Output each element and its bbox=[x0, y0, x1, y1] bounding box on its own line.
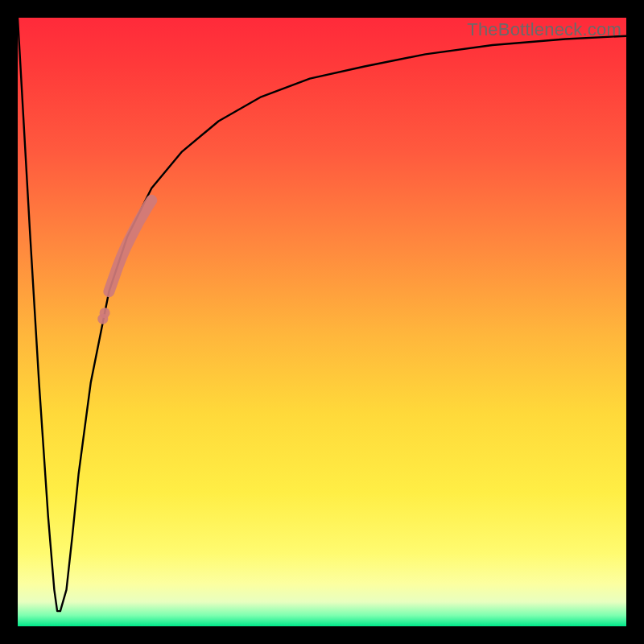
plot-area: TheBottleneck.com bbox=[18, 18, 626, 626]
chart-frame: TheBottleneck.com bbox=[0, 0, 644, 644]
svg-point-1 bbox=[100, 308, 110, 318]
highlight-markers bbox=[18, 18, 626, 626]
